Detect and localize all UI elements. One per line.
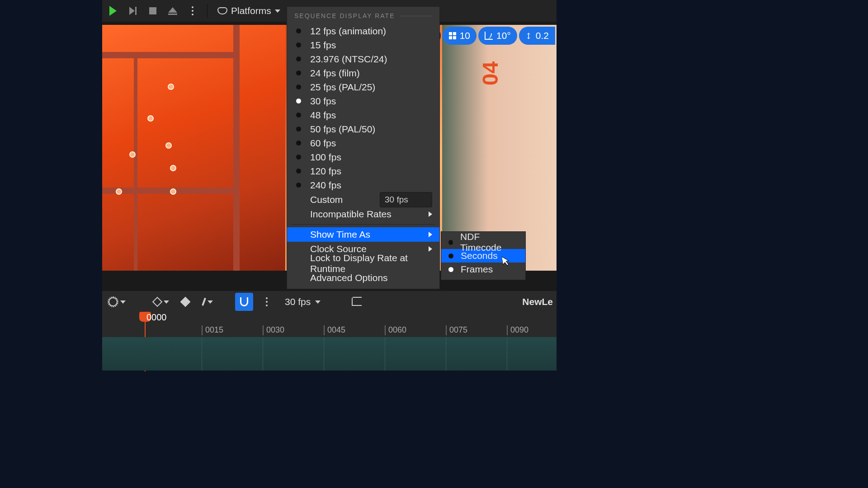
menu-rate-option[interactable]: 24 fps (film)	[287, 66, 439, 80]
scene-decal: 04	[478, 61, 503, 85]
menu-show-time-as[interactable]: Show Time As	[287, 227, 439, 242]
timeline-tick: 0045	[327, 325, 345, 335]
viewport-scene-left	[102, 25, 285, 271]
radio-icon	[296, 113, 301, 117]
step-icon	[129, 7, 137, 15]
rate-label: 100 fps	[310, 152, 341, 163]
snap-angle-value: 10°	[496, 30, 511, 41]
radio-icon	[296, 56, 301, 61]
snap-angle-pill[interactable]: 10°	[478, 27, 517, 45]
rate-label: 15 fps	[310, 40, 336, 51]
menu-rate-option[interactable]: 48 fps	[287, 108, 439, 122]
radio-icon	[448, 240, 453, 245]
menu-rate-option[interactable]: 60 fps	[287, 136, 439, 150]
more-vertical-icon	[266, 297, 268, 306]
submenu-option[interactable]: Frames	[441, 263, 525, 276]
submenu-label: Frames	[461, 264, 493, 275]
snap-grid-pill[interactable]: 10	[443, 27, 476, 45]
seq-snap-options-button[interactable]	[258, 293, 276, 311]
custom-fps-input[interactable]	[380, 192, 432, 207]
controller-icon	[217, 7, 227, 14]
viewport-snap-controls: ◐ 10 10° ⤢ 0.2	[422, 27, 557, 45]
menu-rate-option[interactable]: 120 fps	[287, 164, 439, 178]
menu-lock-display-rate[interactable]: Lock to Display Rate at Runtime	[287, 256, 439, 271]
seq-key-button[interactable]	[151, 293, 172, 311]
snap-grid-value: 10	[460, 30, 470, 41]
stop-button[interactable]	[144, 2, 162, 20]
grid-icon	[449, 32, 456, 39]
menu-incompatible-rates[interactable]: Incompatible Rates	[287, 207, 439, 221]
play-icon	[109, 6, 117, 16]
radio-icon	[296, 42, 301, 47]
chevron-down-icon	[164, 300, 169, 304]
seq-curve-button[interactable]	[348, 293, 366, 311]
radio-icon	[296, 169, 301, 174]
rate-label: 60 fps	[310, 138, 336, 149]
snap-scale-pill[interactable]: ⤢ 0.2	[519, 27, 555, 45]
submenu-label: Seconds	[461, 250, 498, 261]
radio-icon	[296, 127, 301, 131]
menu-rate-option[interactable]: 100 fps	[287, 150, 439, 164]
timeline-ruler[interactable]: 0000 0015 0030 0045 0060 0075 0090	[102, 313, 557, 337]
play-options-button[interactable]	[184, 2, 202, 20]
menu-rate-option[interactable]: 15 fps	[287, 38, 439, 52]
menu-rate-option[interactable]: 30 fps	[287, 94, 439, 108]
magnet-icon	[240, 297, 248, 306]
timeline[interactable]: 0000 0015 0030 0045 0060 0075 0090	[102, 313, 557, 371]
radio-icon	[296, 99, 301, 103]
platforms-dropdown[interactable]: Platforms	[213, 2, 285, 20]
submenu-option[interactable]: NDF Timecode	[441, 235, 525, 249]
eject-button[interactable]	[164, 2, 182, 20]
fps-dropdown[interactable]: 30 fps	[280, 296, 325, 307]
radio-icon	[296, 141, 301, 145]
keyframe-filled-icon	[180, 297, 191, 307]
rate-label: 23.976 (NTSC/24)	[310, 54, 387, 65]
menu-rate-option[interactable]: 23.976 (NTSC/24)	[287, 52, 439, 66]
chevron-right-icon	[429, 232, 432, 237]
menu-rate-option[interactable]: 25 fps (PAL/25)	[287, 80, 439, 94]
chevron-right-icon	[429, 211, 432, 217]
rate-label: 50 fps (PAL/50)	[310, 124, 375, 135]
chevron-down-icon	[315, 300, 321, 304]
seq-brush-button[interactable]	[199, 293, 217, 311]
radio-icon	[296, 183, 301, 188]
rate-label: 240 fps	[310, 180, 341, 191]
menu-rate-option[interactable]: 12 fps (animation)	[287, 24, 439, 38]
more-vertical-icon	[192, 6, 193, 15]
timeline-tick: 0030	[266, 325, 284, 335]
sequence-name: NewLe	[522, 296, 553, 307]
radio-icon	[296, 70, 301, 75]
submenu-label: NDF Timecode	[460, 231, 518, 253]
radio-icon	[448, 267, 453, 272]
eject-icon	[168, 7, 177, 15]
angle-icon	[485, 32, 493, 40]
step-button[interactable]	[124, 2, 142, 20]
rate-label: 120 fps	[310, 166, 341, 177]
rate-label: 12 fps (animation)	[310, 26, 386, 37]
menu-custom-rate[interactable]: Custom	[287, 192, 439, 207]
timeline-tick: 0075	[449, 325, 467, 335]
expand-icon: ⤢	[523, 30, 534, 42]
gear-icon	[108, 297, 118, 306]
radio-icon	[296, 155, 301, 160]
chevron-down-icon	[208, 300, 213, 304]
toolbar-divider	[207, 4, 208, 18]
radio-icon	[448, 253, 453, 258]
sequencer-toolbar: 30 fps NewLe	[102, 291, 557, 313]
play-button[interactable]	[104, 2, 122, 20]
menu-rate-option[interactable]: 240 fps	[287, 178, 439, 192]
chevron-right-icon	[429, 246, 432, 252]
rate-label: 30 fps	[310, 96, 336, 107]
seq-autokey-button[interactable]	[176, 293, 194, 311]
seq-settings-button[interactable]	[106, 293, 128, 311]
radio-icon	[296, 28, 301, 33]
rate-label: 24 fps (film)	[310, 68, 360, 79]
chevron-down-icon	[120, 300, 126, 304]
rate-label: 48 fps	[310, 110, 336, 121]
timeline-tracks[interactable]	[102, 337, 557, 371]
seq-snap-button[interactable]	[235, 293, 253, 311]
menu-rate-option[interactable]: 50 fps (PAL/50)	[287, 122, 439, 136]
show-time-as-submenu: NDF TimecodeSecondsFrames	[441, 231, 526, 280]
fps-label: 30 fps	[285, 296, 311, 307]
chevron-down-icon	[275, 9, 280, 13]
